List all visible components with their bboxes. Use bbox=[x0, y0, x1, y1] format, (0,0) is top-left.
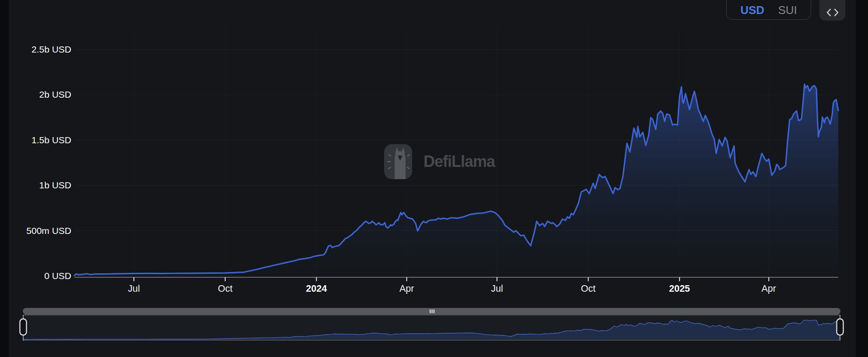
data-zoom-brush bbox=[20, 308, 844, 341]
svg-text:Oct: Oct bbox=[581, 283, 595, 294]
svg-text:Apr: Apr bbox=[399, 283, 414, 294]
svg-text:Jul: Jul bbox=[491, 283, 503, 294]
svg-text:2.5b USD: 2.5b USD bbox=[32, 44, 71, 54]
svg-text:2024: 2024 bbox=[306, 283, 327, 294]
page-background: JulOct2024AprJulOct2025Apr0 USD500m USD1… bbox=[0, 0, 868, 357]
chart-plot-area[interactable] bbox=[74, 18, 838, 276]
svg-text:1b USD: 1b USD bbox=[39, 180, 71, 190]
code-embed-icon bbox=[826, 8, 839, 17]
svg-text:2b USD: 2b USD bbox=[39, 89, 71, 99]
tvl-area-chart: JulOct2024AprJulOct2025Apr0 USD500m USD1… bbox=[0, 0, 868, 357]
y-axis-labels: 0 USD500m USD1b USD1.5b USD2b USD2.5b US… bbox=[26, 44, 71, 281]
currency-option-usd[interactable]: USD bbox=[740, 4, 764, 16]
brush-left-handle[interactable] bbox=[20, 319, 27, 335]
svg-text:500m USD: 500m USD bbox=[26, 226, 71, 236]
svg-text:1.5b USD: 1.5b USD bbox=[32, 135, 71, 145]
currency-option-sui[interactable]: SUI bbox=[778, 4, 797, 16]
x-axis-ticks bbox=[134, 277, 769, 281]
svg-text:0 USD: 0 USD bbox=[44, 271, 71, 281]
currency-toggle: USD SUI bbox=[726, 0, 811, 20]
grip-dots-icon[interactable] bbox=[430, 310, 434, 314]
svg-text:Jul: Jul bbox=[128, 283, 140, 294]
svg-text:Apr: Apr bbox=[762, 283, 776, 294]
svg-text:Oct: Oct bbox=[218, 283, 232, 294]
embed-chart-button[interactable] bbox=[819, 0, 845, 21]
x-axis-labels: JulOct2024AprJulOct2025Apr bbox=[128, 283, 776, 294]
svg-text:2025: 2025 bbox=[669, 283, 690, 294]
brush-right-handle[interactable] bbox=[837, 319, 844, 335]
